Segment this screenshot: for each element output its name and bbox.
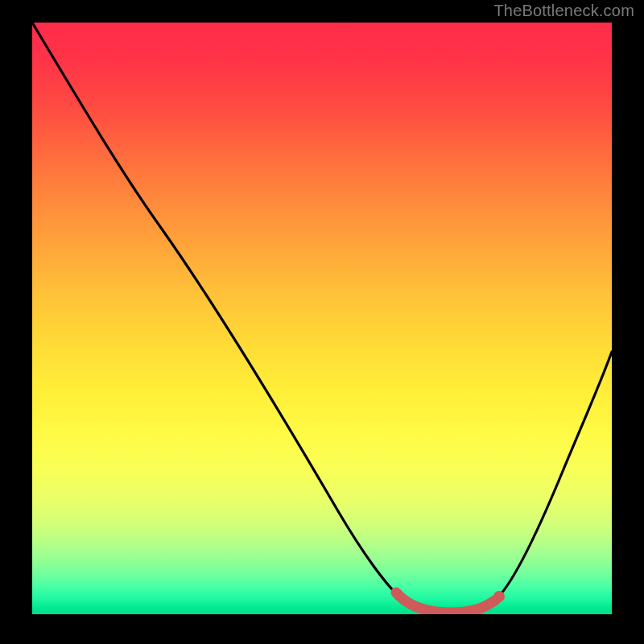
watermark-text: TheBottleneck.com bbox=[493, 2, 634, 20]
highlight-segment bbox=[396, 592, 496, 613]
highlight-end-dot bbox=[493, 591, 505, 602]
curve-path bbox=[32, 23, 612, 613]
chart-frame: TheBottleneck.com bbox=[0, 0, 644, 644]
plot-area bbox=[32, 23, 612, 614]
bottleneck-curve bbox=[32, 23, 612, 614]
